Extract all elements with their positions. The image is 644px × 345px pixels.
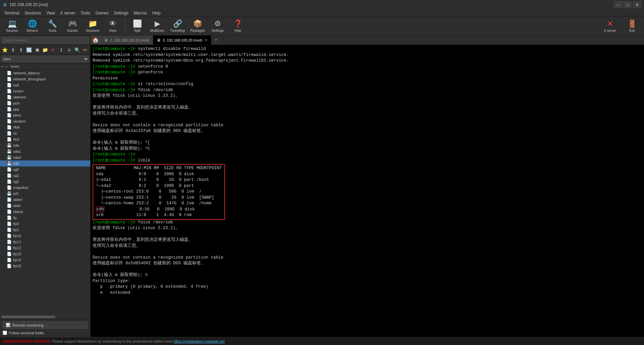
tree-item-sg2[interactable]: 📄sg2	[0, 179, 90, 185]
tree-item-tty11[interactable]: 📄tty11	[0, 239, 90, 245]
tree-item-tty12[interactable]: 📄tty12	[0, 245, 90, 251]
right-content: 🏠 🖥 2. 192.168.100.10 (root) 🖥 3. 192.16…	[91, 36, 644, 337]
tree-item-sg0[interactable]: 📄sg0	[0, 166, 90, 172]
toolbar-split[interactable]: ⬜ Split	[128, 17, 147, 35]
tree-item-tty13[interactable]: 📄tty13	[0, 251, 90, 257]
filter-btn[interactable]: 🔍	[73, 46, 81, 54]
status-bar: UNREGISTERED VERSION - Please support Mo…	[0, 337, 644, 345]
toolbar-tunneling[interactable]: 🔗 Tunneling	[168, 17, 187, 35]
info-btn[interactable]: ℹ	[57, 46, 65, 54]
tree-item-tty10[interactable]: 📄tty10	[0, 233, 90, 239]
tree-item-tty15[interactable]: 📄tty15	[0, 263, 90, 269]
text-btn[interactable]: A	[65, 46, 73, 54]
tree-item-network_throughput[interactable]: 📄network_throughput	[0, 76, 90, 82]
tree-item-tty[interactable]: 📄tty	[0, 215, 90, 221]
tree-item-snapshot[interactable]: 📄snapshot	[0, 185, 90, 191]
menu-xserver[interactable]: X server	[58, 9, 78, 16]
tab-1[interactable]: 🖥 2. 192.168.100.10 (root)	[101, 36, 153, 45]
download-btn[interactable]: ⬇	[9, 46, 17, 54]
remote-monitoring-button[interactable]: 📊 Remote monitoring	[3, 322, 88, 329]
menu-tools[interactable]: Tools	[78, 9, 93, 16]
toolbar-packages[interactable]: 📦 Packages	[188, 17, 207, 35]
menu-sessions[interactable]: Sessions	[22, 9, 44, 16]
tree-item-rtc[interactable]: 📄rtc	[0, 130, 90, 136]
tree-item-stdout[interactable]: 📄stdout	[0, 209, 90, 215]
left-nav-icon[interactable]: ←	[1, 64, 4, 69]
minimize-button[interactable]: ─	[614, 1, 623, 8]
toolbar-exit[interactable]: 🚪 Exit	[623, 17, 641, 35]
tree-item-port[interactable]: 📄port	[0, 100, 90, 106]
toolbar-view[interactable]: 👁 View	[103, 17, 122, 35]
toolbar-sessions[interactable]: 📁 Sessions	[83, 17, 102, 35]
tree-item-sr0[interactable]: 💾sr0	[0, 191, 90, 197]
file-name-rtc0: rtc0	[13, 137, 19, 141]
tree-item-stdin[interactable]: 📄stdin	[0, 203, 90, 209]
tree-horizontal-scrollbar[interactable]	[0, 315, 90, 319]
menu-view[interactable]: View	[44, 9, 58, 16]
status-link[interactable]: https://mobaxterm.mobatek.net	[174, 339, 225, 343]
tree-item-null[interactable]: 📄null	[0, 82, 90, 88]
upload-btn[interactable]: ⬆	[17, 46, 25, 54]
menu-games[interactable]: Games	[93, 9, 111, 16]
tab-add-button[interactable]: +	[211, 36, 221, 45]
toolbar-session[interactable]: 💻 Session	[3, 17, 21, 35]
left-panel-toolbar: ⭐ ⬇ ⬆ 🔄 ⏹ 📁 ✕ ℹ A 🔍 ✏	[0, 45, 90, 55]
tree-item-nvram[interactable]: 📄nvram	[0, 88, 90, 94]
tree-item-rtc0[interactable]: 📄rtc0	[0, 136, 90, 142]
menu-settings[interactable]: Settings	[111, 9, 131, 16]
quick-connect-input[interactable]	[1, 37, 89, 44]
tree-item-random[interactable]: 📄random	[0, 118, 90, 124]
refresh-btn[interactable]: 🔄	[25, 46, 33, 54]
tree-item-sg1[interactable]: 📄sg1	[0, 172, 90, 179]
file-name-nvram: nvram	[13, 89, 23, 93]
tree-item-rfkill[interactable]: 📄rfkill	[0, 124, 90, 130]
tree-item-sda[interactable]: 💾sda	[0, 142, 90, 148]
toolbar-xserver[interactable]: ✕ X server	[598, 17, 622, 35]
stop-btn[interactable]: ⏹	[34, 46, 41, 54]
tree-item-sdb[interactable]: 💾sdb	[0, 160, 90, 166]
toolbar-multiexec[interactable]: ▶ MultiExec	[148, 17, 167, 35]
tree-item-tty1[interactable]: 📄tty1	[0, 227, 90, 233]
tools-icon: 🔧	[48, 19, 57, 28]
remote-monitoring-icon: 📊	[6, 323, 10, 327]
file-icon-sg0: 📄	[7, 167, 12, 172]
toolbar-tools[interactable]: 🔧 Tools	[43, 17, 62, 35]
folder-btn[interactable]: 📁	[42, 46, 49, 54]
path-select[interactable]: /dev/	[1, 56, 89, 62]
tab-2-close[interactable]: ✕	[204, 38, 208, 43]
follow-terminal-folder-text: Follow terminal folder	[9, 331, 44, 335]
menu-terminal[interactable]: Terminal	[1, 9, 22, 16]
file-name-network_latency: network_latency	[13, 71, 40, 75]
file-name-stderr: stderr	[13, 198, 22, 202]
terminal-output[interactable]: [root@compute ~]# systemctl disable fire…	[91, 45, 644, 337]
close-button[interactable]: ✕	[633, 1, 641, 8]
tree-item-tty14[interactable]: 📄tty14	[0, 257, 90, 263]
menu-macros[interactable]: Macros	[131, 9, 150, 16]
games-icon: 🎮	[68, 19, 77, 28]
tab-home-button[interactable]: 🏠	[91, 36, 101, 45]
follow-terminal-folder-checkbox[interactable]	[3, 331, 7, 335]
tab-2[interactable]: 🖥 3. 192.168.100.20 (root) ✕	[153, 36, 211, 45]
file-icon-network_latency: 📄	[7, 71, 12, 75]
tree-item-tty0[interactable]: 📄tty0	[0, 221, 90, 227]
tree-item-sda2[interactable]: 💾sda2	[0, 154, 90, 160]
tree-item-sda1[interactable]: 💾sda1	[0, 148, 90, 154]
menu-help[interactable]: Help	[150, 9, 163, 16]
toolbar-help[interactable]: ❓ Help	[228, 17, 247, 35]
toolbar-games[interactable]: 🎮 Games	[63, 17, 82, 35]
maximize-button[interactable]: □	[623, 1, 632, 8]
tree-item-stderr[interactable]: 📄stderr	[0, 197, 90, 203]
toolbar-servers[interactable]: 🌐 Servers	[23, 17, 42, 35]
edit-btn[interactable]: ✏	[82, 46, 89, 54]
tree-item-oldmem[interactable]: 📄oldmem	[0, 94, 90, 100]
right-nav-icon[interactable]: →	[5, 64, 8, 69]
toolbar-settings[interactable]: ⚙ Settings	[208, 17, 227, 35]
file-name-tty10: tty10	[13, 234, 21, 238]
tree-item-network_latency[interactable]: 📄network_latency	[0, 70, 90, 76]
path-bar: /dev/	[0, 55, 90, 63]
delete-btn[interactable]: ✕	[49, 46, 57, 54]
file-icon-snapshot: 📄	[7, 185, 12, 190]
bookmark-btn[interactable]: ⭐	[1, 46, 9, 54]
tree-item-ppp[interactable]: 📄ppp	[0, 106, 90, 112]
tree-item-ptmx[interactable]: 📄ptmx	[0, 112, 90, 118]
